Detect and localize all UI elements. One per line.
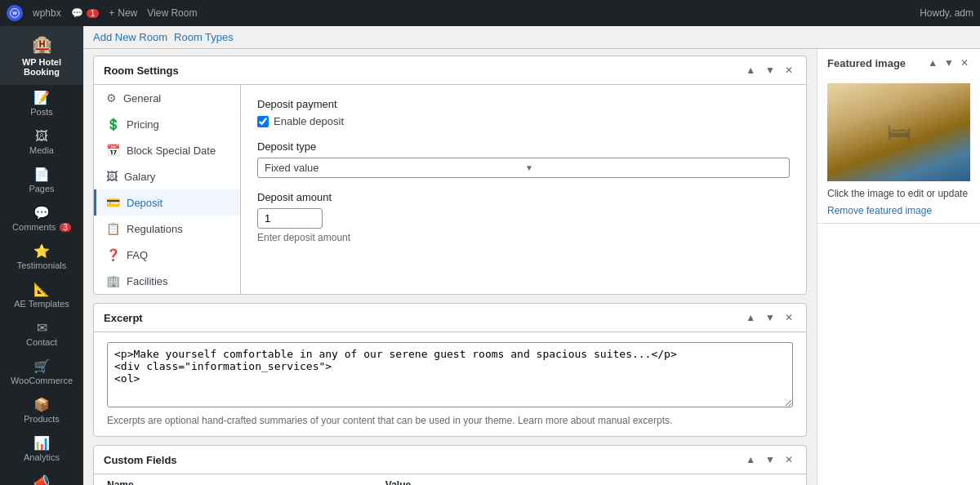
enable-deposit-label: Enable deposit [274,115,344,127]
deposit-amount-label: Deposit amount [257,191,790,203]
svg-text:W: W [12,11,17,16]
block-special-date-nav-icon: 📅 [106,144,120,157]
featured-image-up[interactable]: ▲ [926,56,939,70]
room-settings-toggle[interactable]: ✕ [782,63,796,78]
topbar-view-room[interactable]: View Room [147,7,197,19]
excerpt-header: Excerpt ▲ ▼ ✕ [94,304,806,332]
custom-fields-collapse-down[interactable]: ▼ [762,452,778,467]
excerpt-body: <p>Make yourself comfortable in any of o… [94,332,806,436]
deposit-amount-field: Deposit amount Enter deposit amount [257,191,790,243]
excerpt-toggle[interactable]: ✕ [782,310,796,325]
ae-templates-icon: 📐 [33,283,50,296]
room-settings-collapse-up[interactable]: ▲ [742,63,759,78]
featured-image-preview[interactable] [827,83,970,181]
nav-item-faq[interactable]: ❓ FAQ [94,242,240,268]
pages-icon: 📄 [33,168,50,181]
remove-featured-image-link[interactable]: Remove featured image [827,205,932,216]
brand-label: WP HotelBooking [22,57,61,77]
excerpt-collapse-up[interactable]: ▲ [742,310,759,325]
nav-item-deposit[interactable]: 💳 Deposit [94,189,240,216]
sidebar-item-media[interactable]: 🖼 Media [0,123,83,162]
featured-image-body: Click the image to edit or update Remove… [817,77,980,223]
woocommerce-icon: 🛒 [33,360,50,373]
sidebar-item-woocommerce[interactable]: 🛒 WooCommerce [0,354,83,392]
deposit-amount-input[interactable] [257,208,323,229]
excerpt-textarea[interactable]: <p>Make yourself comfortable in any of o… [107,342,793,407]
nav-item-pricing[interactable]: 💲 Pricing [94,111,240,137]
faq-nav-icon: ❓ [106,248,120,261]
sidebar-brand[interactable]: 🏨 WP HotelBooking [0,26,83,85]
sidebar-item-label: Pages [29,184,54,194]
custom-fields-table: Name Value Delete [94,474,806,485]
sidebar-item-label: AE Templates [14,299,69,309]
custom-fields-collapse-up[interactable]: ▲ [742,452,759,467]
deposit-type-arrow: ▼ [525,163,782,172]
deposit-type-value: Fixed value [265,162,522,174]
analytics-icon: 📊 [33,437,50,450]
topbar-site-name[interactable]: wphbx [33,7,61,19]
sidebar-item-ae-templates[interactable]: 📐 AE Templates [0,277,83,315]
deposit-payment-label: Deposit payment [257,98,790,110]
galary-nav-icon: 🖼 [106,170,118,183]
nav-item-block-special-date[interactable]: 📅 Block Special Date [94,137,240,163]
topbar-howdy: Howdy, adm [920,7,973,19]
custom-fields-body: Name Value Delete [94,474,806,485]
deposit-type-label: Deposit type [257,140,790,153]
sidebar-item-label: Testimonials [17,260,67,270]
admin-header-bar: Add New Room Room Types [83,26,980,49]
featured-image-down[interactable]: ▼ [942,56,956,70]
custom-fields-toggle[interactable]: ✕ [782,452,796,467]
add-new-room-link[interactable]: Add New Room [93,31,167,43]
sidebar-item-label: Analytics [24,452,60,462]
topbar-new[interactable]: + New [109,7,137,19]
deposit-nav-icon: 💳 [106,196,120,209]
sidebar-item-testimonials[interactable]: ⭐ Testimonials [0,238,83,277]
cf-name-header: Name [94,474,379,485]
custom-fields-controls: ▲ ▼ ✕ [742,452,796,467]
sidebar-item-posts[interactable]: 📝 Posts [0,85,83,123]
sidebar-item-label: WooCommerce [11,376,73,385]
topbar-comments[interactable]: 💬 1 [71,7,100,19]
regulations-nav-icon: 📋 [106,222,120,235]
deposit-payment-checkbox-row: Enable deposit [257,115,790,127]
sidebar-item-label: Contact [26,337,57,347]
room-settings-controls: ▲ ▼ ✕ [742,63,796,78]
nav-item-facilities[interactable]: 🏢 Facilities [94,268,240,294]
nav-item-galary[interactable]: 🖼 Galary [94,163,240,189]
room-settings-header: Room Settings ▲ ▼ ✕ [94,56,806,85]
cf-value-header: Value [379,474,806,485]
featured-image-desc: Click the image to edit or update [827,188,970,199]
deposit-payment-checkbox[interactable] [257,116,269,127]
facilities-nav-icon: 🏢 [106,274,120,287]
content-wrap: Add New Room Room Types Room Settings ▲ … [83,26,980,485]
sidebar-item-comments[interactable]: 💬 Comments 3 [0,200,83,238]
sidebar-item-marketing[interactable]: 📣 Marketing [0,469,83,485]
room-settings-panel: Room Settings ▲ ▼ ✕ ⚙ General [93,56,807,295]
sidebar-item-analytics[interactable]: 📊 Analytics [0,430,83,469]
featured-image-header[interactable]: Featured image ▲ ▼ ✕ [817,49,980,77]
main-content-area: Room Settings ▲ ▼ ✕ ⚙ General [83,49,817,485]
topbar: W wphbx 💬 1 + New View Room Howdy, adm [0,0,980,26]
room-types-link[interactable]: Room Types [174,31,234,43]
nav-item-regulations[interactable]: 📋 Regulations [94,216,240,242]
right-panel: Featured image ▲ ▼ ✕ Click the image to … [817,49,980,485]
nav-item-general[interactable]: ⚙ General [94,85,240,111]
featured-image-close[interactable]: ✕ [959,56,970,70]
room-settings-collapse-down[interactable]: ▼ [762,63,778,78]
sidebar-item-contact[interactable]: ✉ Contact [0,315,83,354]
sidebar: 🏨 WP HotelBooking 📝 Posts 🖼 Media 📄 Page… [0,26,83,485]
sidebar-item-products[interactable]: 📦 Products [0,392,83,430]
testimonials-icon: ⭐ [33,245,50,258]
sidebar-item-pages[interactable]: 📄 Pages [0,162,83,200]
deposit-amount-desc: Enter deposit amount [257,232,790,243]
marketing-icon: 📣 [33,475,50,485]
deposit-type-select[interactable]: Fixed value ▼ [257,158,790,178]
room-settings-body: ⚙ General 💲 Pricing 📅 Block Special Date [94,85,806,294]
wp-logo[interactable]: W [7,5,23,21]
products-icon: 📦 [33,398,50,412]
general-nav-icon: ⚙ [106,91,117,105]
excerpt-panel: Excerpt ▲ ▼ ✕ <p>Make yourself comfortab… [93,303,807,437]
featured-image-title: Featured image [827,57,906,69]
custom-fields-header: Custom Fields ▲ ▼ ✕ [94,446,806,474]
excerpt-collapse-down[interactable]: ▼ [762,310,778,325]
